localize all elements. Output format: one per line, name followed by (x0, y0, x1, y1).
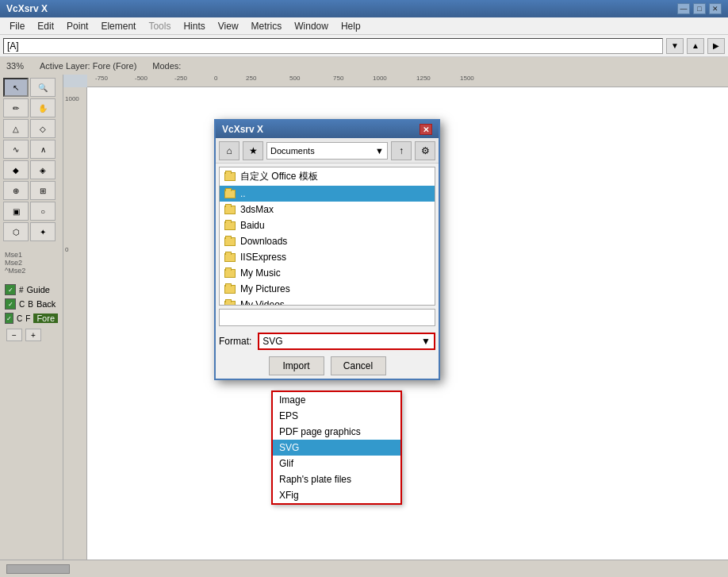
file-item-dotdot-name: .. (240, 188, 246, 199)
file-item-myvideos[interactable]: My Videos (220, 297, 435, 306)
layer-fore-f: F (25, 314, 30, 323)
horizontal-scrollbar[interactable] (6, 564, 70, 574)
shape-tool[interactable]: ◇ (30, 119, 56, 138)
select-tool[interactable]: ↖ (3, 78, 29, 97)
dialog-title: VcXsrv X (222, 124, 263, 135)
file-item-downloads[interactable]: Downloads (220, 233, 435, 249)
dialog-close-btn[interactable]: ✕ (420, 124, 432, 135)
dialog-home-btn[interactable]: ⌂ (219, 141, 239, 160)
spiro-tool[interactable]: △ (3, 119, 29, 138)
zoom-level: 33% (6, 61, 24, 71)
dialog-bookmark-btn[interactable]: ★ (243, 141, 263, 160)
file-item-office-name: 自定义 Office 模板 (240, 170, 318, 183)
format-select[interactable]: SVG ▼ (258, 333, 435, 350)
format-label: Format: (219, 336, 251, 347)
layer-back-letter: C (19, 300, 25, 309)
file-item-mymusic[interactable]: My Music (220, 265, 435, 281)
file-item-mypictures[interactable]: My Pictures (220, 281, 435, 297)
active-layer-label: Active Layer: Fore (Fore) (40, 61, 136, 71)
toolbar-up-btn[interactable]: ▲ (687, 38, 704, 54)
folder-icon-5 (224, 237, 236, 246)
menu-point[interactable]: Point (60, 19, 94, 33)
format-dropdown-arrow: ▼ (421, 336, 431, 347)
ruler-tool[interactable]: ⊞ (30, 181, 56, 200)
menu-window[interactable]: Window (288, 19, 335, 33)
file-dialog[interactable]: VcXsrv X ✕ ⌂ ★ Documents ▼ ↑ ⚙ 自定义 Offic… (214, 119, 440, 380)
close-btn[interactable]: ✕ (709, 3, 722, 14)
pan-tool[interactable]: ✋ (30, 98, 56, 117)
add-layer-btn[interactable]: + (25, 329, 41, 341)
tangent-tool[interactable]: ◆ (3, 160, 29, 179)
layer-back-name: Back (36, 299, 56, 309)
knife-tool[interactable]: ⊕ (3, 181, 29, 200)
maximize-btn[interactable]: □ (693, 3, 706, 14)
folder-icon-3 (224, 205, 236, 214)
zoom-tool[interactable]: 🔍 (30, 78, 56, 97)
folder-icon-8 (224, 284, 236, 294)
folder-icon-6 (224, 252, 236, 262)
dialog-location-text: Documents (270, 146, 315, 156)
layer-back-check[interactable]: ✓ (5, 298, 16, 310)
corner-tool[interactable]: ∧ (30, 140, 56, 159)
layer-fore-check[interactable]: ✓ (5, 313, 13, 324)
app-title: VcXsrv X (6, 3, 48, 14)
bottom-bar (0, 560, 728, 577)
vertical-ruler: 1000 0 (63, 87, 87, 560)
toolbar-down-btn[interactable]: ▼ (666, 38, 684, 54)
cancel-btn[interactable]: Cancel (331, 356, 386, 375)
file-item-baidu[interactable]: Baidu (220, 217, 435, 233)
menu-tools[interactable]: Tools (142, 19, 177, 33)
file-item-iisexpress-name: IISExpress (240, 252, 286, 263)
window-controls: — □ ✕ (677, 3, 722, 14)
toolbar-right-btn[interactable]: ▶ (707, 38, 725, 54)
layer-fore-letter: C (17, 314, 22, 323)
file-item-3dsmax[interactable]: 3dsMax (220, 202, 435, 217)
tool-row-8: ⬡ ✦ (3, 222, 59, 241)
vruler-mark-1000: 1000 (65, 95, 79, 102)
folder-icon-4 (224, 221, 236, 230)
toolbar: ▼ ▲ ▶ (0, 35, 728, 57)
poly-tool[interactable]: ⬡ (3, 222, 29, 241)
status-bar: 33% Active Layer: Fore (Fore) Modes: (0, 57, 728, 75)
menu-file[interactable]: File (3, 19, 31, 33)
menu-view[interactable]: View (212, 19, 245, 33)
file-item-office[interactable]: 自定义 Office 模板 (220, 167, 435, 186)
layer-guide-letter: # (19, 286, 24, 294)
layer-guide-name: Guide (27, 285, 50, 294)
menu-hints[interactable]: Hints (177, 19, 211, 33)
tool-row-1: ↖ 🔍 (3, 78, 59, 97)
dialog-up-btn[interactable]: ↑ (391, 141, 412, 160)
file-item-downloads-name: Downloads (240, 236, 287, 247)
curve-tool[interactable]: ∿ (3, 140, 29, 159)
menu-help[interactable]: Help (335, 19, 367, 33)
ellipse-tool[interactable]: ○ (30, 202, 56, 221)
star-tool[interactable]: ✦ (30, 222, 56, 241)
remove-layer-btn[interactable]: − (6, 329, 22, 341)
menu-metrics[interactable]: Metrics (245, 19, 289, 33)
mse1-label: Mse1 (5, 251, 58, 259)
glyph-input[interactable] (3, 38, 663, 54)
layer-controls: − + (3, 325, 59, 344)
tool-row-7: ▣ ○ (3, 202, 59, 221)
pen-tool[interactable]: ✏ (3, 98, 29, 117)
file-item-dotdot[interactable]: .. (220, 186, 435, 202)
file-item-iisexpress[interactable]: IISExpress (220, 249, 435, 265)
filename-input[interactable] (219, 309, 435, 326)
ruler-mark-n250: -250 (174, 75, 187, 82)
tool-row-3: △ ◇ (3, 119, 59, 138)
layer-back-b: B (28, 300, 33, 309)
menu-element[interactable]: Element (94, 19, 142, 33)
layer-section: ✓ # Guide ✓ C B Back ✓ C F Fore − + (3, 283, 59, 344)
hvcurve-tool[interactable]: ◈ (30, 160, 56, 179)
dialog-location[interactable]: Documents ▼ (266, 142, 388, 160)
folder-icon (224, 172, 236, 182)
dialog-location-arrow: ▼ (375, 146, 384, 156)
dialog-settings-btn[interactable]: ⚙ (415, 141, 435, 160)
import-btn[interactable]: Import (269, 356, 324, 375)
layer-guide-check[interactable]: ✓ (5, 284, 16, 295)
rect-tool[interactable]: ▣ (3, 202, 29, 221)
ruler-mark-0: 0 (214, 75, 217, 82)
file-list[interactable]: 自定义 Office 模板 .. 3dsMax Baidu (219, 167, 435, 306)
minimize-btn[interactable]: — (677, 3, 690, 14)
menu-edit[interactable]: Edit (31, 19, 60, 33)
